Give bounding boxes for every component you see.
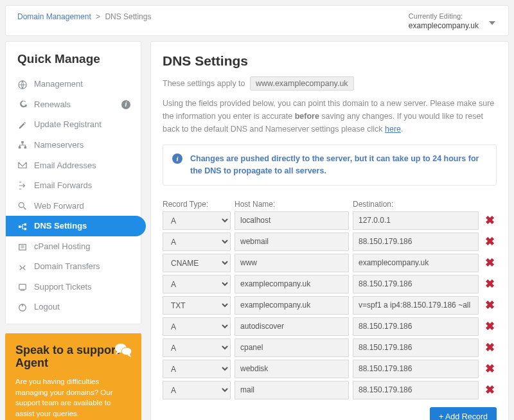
desc-bold: before (295, 112, 319, 121)
record-type-select[interactable]: A (163, 232, 231, 251)
svg-rect-3 (24, 146, 27, 149)
reset-here-link[interactable]: here (385, 125, 401, 134)
svg-rect-9 (19, 284, 26, 290)
destination-input[interactable] (353, 381, 479, 399)
record-type-select[interactable]: A (163, 381, 231, 399)
power-icon (17, 302, 28, 312)
host-name-input[interactable] (235, 381, 349, 399)
sidebar-item-web-forward[interactable]: Web Forward (6, 195, 141, 216)
host-name-input[interactable] (235, 275, 349, 293)
topbar: Domain Management > DNS Settings Current… (5, 5, 509, 36)
dns-record-row: A✖ (163, 232, 497, 251)
svg-rect-5 (19, 225, 21, 228)
host-name-input[interactable] (235, 232, 349, 251)
destination-input[interactable] (353, 232, 479, 251)
record-type-select[interactable]: A (163, 211, 231, 230)
sidebar-item-cpanel-hosting[interactable]: cPanel Hosting (6, 236, 141, 257)
sidebar-item-logout[interactable]: Logout (6, 297, 141, 317)
chevron-down-icon (489, 19, 495, 26)
sidebar-item-nameservers[interactable]: Nameservers (6, 135, 141, 155)
edit-icon (17, 119, 28, 130)
sidebar: Quick Manage ManagementRenewalsiUpdate R… (5, 41, 141, 420)
dns-record-row: A✖ (163, 275, 497, 293)
chat-bubbles-icon (114, 342, 132, 360)
page-title: DNS Settings (163, 53, 497, 69)
host-name-input[interactable] (235, 211, 349, 230)
sidebar-item-email-forwards[interactable]: Email Forwards (6, 175, 141, 196)
currently-editing-dropdown[interactable]: Currently Editing: examplecompany.uk (409, 12, 497, 30)
record-type-select[interactable]: TXT (163, 296, 231, 315)
destination-input[interactable] (353, 211, 479, 230)
col-record-type: Record Type: (163, 200, 231, 209)
record-type-select[interactable]: A (163, 317, 231, 336)
record-type-select[interactable]: A (163, 338, 231, 357)
host-name-input[interactable] (235, 296, 349, 315)
delete-record-icon[interactable]: ✖ (483, 298, 497, 312)
applies-prefix: These settings apply to (163, 79, 245, 88)
sidebar-item-email-addresses[interactable]: Email Addresses (6, 155, 141, 175)
globe-icon (17, 79, 28, 89)
sidebar-item-label: Email Forwards (34, 180, 92, 190)
col-destination: Destination: (353, 200, 497, 209)
delete-record-icon[interactable]: ✖ (483, 256, 497, 270)
sidebar-item-label: Web Forward (34, 201, 84, 211)
description-text: Using the fields provided below, you can… (163, 97, 497, 136)
record-type-select[interactable]: A (163, 360, 231, 378)
host-name-input[interactable] (235, 360, 349, 378)
destination-input[interactable] (353, 296, 479, 315)
breadcrumb-root[interactable]: Domain Management (17, 12, 91, 21)
propagation-alert: i Changes are pushed directly to the ser… (163, 144, 497, 186)
dns-record-row: A✖ (163, 211, 497, 230)
sidebar-item-renewals[interactable]: Renewalsi (6, 94, 141, 115)
panel-icon (17, 241, 28, 252)
forward-icon (17, 180, 28, 191)
destination-input[interactable] (353, 254, 479, 272)
delete-record-icon[interactable]: ✖ (483, 319, 497, 333)
main-panel: DNS Settings These settings apply to www… (150, 41, 509, 420)
destination-input[interactable] (353, 360, 479, 378)
destination-input[interactable] (353, 317, 479, 336)
record-type-select[interactable]: A (163, 275, 231, 293)
sidebar-item-label: DNS Settings (34, 221, 87, 231)
info-badge-icon: i (121, 100, 130, 109)
applies-to-line: These settings apply to www.examplecompa… (163, 76, 497, 91)
dns-record-row: CNAME✖ (163, 254, 497, 272)
support-agent-box: Speak to a support Agent Are you having … (5, 333, 141, 420)
host-name-input[interactable] (235, 317, 349, 336)
currently-editing-value: examplecompany.uk (409, 21, 479, 30)
dns-record-row: A✖ (163, 338, 497, 357)
sidebar-item-update-registrant[interactable]: Update Registrant (6, 114, 141, 135)
record-type-select[interactable]: CNAME (163, 254, 231, 272)
add-record-button[interactable]: + Add Record (430, 407, 497, 421)
quick-manage-card: Quick Manage ManagementRenewalsiUpdate R… (5, 41, 141, 324)
sidebar-item-dns-settings[interactable]: DNS Settings (6, 216, 146, 236)
delete-record-icon[interactable]: ✖ (483, 340, 497, 354)
delete-record-icon[interactable]: ✖ (483, 234, 497, 249)
sidebar-item-label: Nameservers (34, 140, 84, 150)
delete-record-icon[interactable]: ✖ (483, 383, 497, 397)
host-name-input[interactable] (235, 338, 349, 357)
sidebar-item-domain-transfers[interactable]: Domain Transfers (6, 256, 141, 277)
applies-domain-pill: www.examplecompany.uk (250, 76, 354, 91)
sidebar-item-label: Support Tickets (34, 282, 92, 292)
sidebar-item-management[interactable]: Management (6, 74, 141, 94)
sitemap-icon (17, 140, 28, 150)
dns-record-row: A✖ (163, 381, 497, 399)
host-name-input[interactable] (235, 254, 349, 272)
dns-record-row: A✖ (163, 360, 497, 378)
shuffle-icon (17, 261, 28, 272)
sidebar-item-label: Logout (34, 302, 60, 311)
destination-input[interactable] (353, 275, 479, 293)
col-host-name: Host Name: (235, 200, 349, 209)
support-box-body: Are you having difficulties managing you… (15, 376, 131, 419)
envelope-icon (17, 160, 28, 170)
destination-input[interactable] (353, 338, 479, 357)
delete-record-icon[interactable]: ✖ (483, 213, 497, 227)
delete-record-icon[interactable]: ✖ (483, 362, 497, 376)
sidebar-item-support-tickets[interactable]: Support Tickets (6, 277, 141, 297)
breadcrumb-sep: > (96, 12, 100, 21)
delete-record-icon[interactable]: ✖ (483, 277, 497, 291)
info-icon: i (172, 153, 182, 164)
sidebar-item-label: Management (34, 79, 83, 89)
svg-rect-2 (19, 146, 21, 149)
